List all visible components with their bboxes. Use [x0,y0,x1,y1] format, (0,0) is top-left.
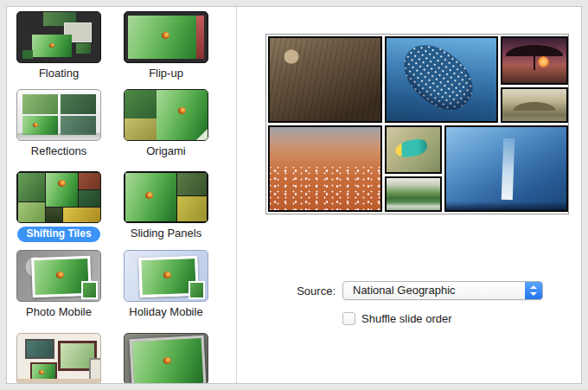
saver-item-photo-mobile[interactable]: Photo Mobile [16,250,101,323]
source-popup-value: National Geographic [353,282,456,299]
thumb-art [22,94,58,114]
saver-item-flip-up[interactable]: Flip-up [124,11,208,84]
thumb-art [22,50,33,59]
popup-stepper-icon [525,282,542,299]
saver-thumbnail-photo-mobile[interactable] [16,250,101,302]
saver-item-label[interactable]: Photo Mobile [6,304,112,320]
saver-thumbnail-flip-up[interactable] [124,11,208,63]
thumb-art [177,196,207,221]
ladybug-art [56,272,64,278]
thumb-art [125,118,157,140]
saver-item-label[interactable]: Sliding Panels [113,226,219,241]
preview-tile-flamingo-salt-flat [268,125,382,212]
saver-item-partial-right[interactable] [124,333,208,384]
thumb-art [79,190,101,207]
thumb-art [130,336,207,384]
thumb-art [18,173,45,201]
saver-thumbnail-origami[interactable] [124,89,208,141]
thumb-art [196,129,208,140]
ladybug-art [33,123,38,127]
selection-highlight[interactable]: Shifting Tiles [17,227,99,242]
waterfall-art [502,138,514,200]
thumb-art [22,116,58,135]
thumb-art [196,16,204,59]
saver-thumbnail-vintage-print[interactable] [124,333,208,384]
saver-item-label[interactable]: Reflections [6,144,112,159]
saver-item-label-selected[interactable]: Shifting Tiles [6,226,112,241]
saver-thumbnail-sliding-panels[interactable] [124,171,208,223]
saver-item-label[interactable]: Floating [6,66,112,81]
saver-thumbnail-photo-wall[interactable] [16,333,101,384]
preview-tile-iceberg-waterfall [444,125,568,212]
ladybug-art [49,43,54,48]
preview-tile-acacia-sunset [501,36,568,85]
saver-thumbnail-holiday-mobile[interactable] [124,250,208,302]
ladybug-art [163,357,171,364]
bird-art [394,137,429,158]
thumb-art [189,281,205,299]
chevron-down-icon [530,292,537,296]
preview-tile-leopard-on-rock [268,36,382,123]
saver-thumbnail-floating[interactable] [16,11,101,63]
preview-tile-mountain-lake [385,176,442,212]
thumb-art [32,35,72,57]
pane-divider [236,7,237,383]
thumb-art [25,339,54,359]
flamingo-flock-art [270,167,380,210]
thumb-art [79,173,101,189]
preview-tile-misty-hills [501,87,568,123]
hill-art [508,97,561,111]
ladybug-art [163,272,171,278]
source-popup-button[interactable]: National Geographic [342,281,543,300]
thumb-art [18,202,45,222]
thumb-art [61,116,96,135]
saver-item-floating[interactable]: Floating [16,11,101,84]
thumb-art [125,90,157,118]
thumb-art [17,133,100,140]
ladybug-art [178,107,186,114]
saver-thumbnail-reflections[interactable] [16,89,101,141]
thumb-art [17,379,100,384]
sun-art [538,56,549,67]
slideshow-preview [265,34,569,214]
whale-shark-art [392,36,484,121]
thumb-art [63,208,101,222]
saver-item-shifting-tiles[interactable]: Shifting Tiles [16,171,101,244]
shuffle-checkbox[interactable] [342,312,355,325]
preview-tile-whale-shark [385,36,498,123]
ladybug-art [39,370,44,374]
preview-tile-bee-eater-bird [385,125,442,174]
saver-item-holiday-mobile[interactable]: Holiday Mobile [124,250,208,323]
saver-item-origami[interactable]: Origami [124,89,208,162]
thumb-art [81,281,98,299]
acacia-trunk-art [534,53,536,71]
preferences-content-pane: Floating Flip-up Reflections [6,6,582,384]
ladybug-art [162,32,169,39]
chevron-up-icon [530,285,537,289]
saver-item-label[interactable]: Flip-up [113,66,219,81]
screensaver-preferences-window: { "saver_list": { "items": [ {"label": "… [0,0,588,390]
saver-thumbnail-shifting-tiles[interactable] [16,171,101,223]
shuffle-checkbox-label[interactable]: Shuffle slide order [361,311,452,326]
source-label: Source: [240,284,336,299]
thumb-art [177,173,207,195]
ladybug-art [145,192,153,199]
thumb-art [61,94,96,114]
thumb-art [46,173,78,207]
saver-item-label[interactable]: Origami [113,144,219,159]
saver-item-reflections[interactable]: Reflections [16,89,101,162]
saver-item-sliding-panels[interactable]: Sliding Panels [124,171,208,244]
thumb-art [46,208,62,222]
ladybug-art [58,180,66,187]
sea-art [446,201,566,210]
thumb-art [76,43,91,54]
saver-item-label[interactable]: Holiday Mobile [113,304,219,320]
saver-item-partial-left[interactable] [16,333,101,384]
